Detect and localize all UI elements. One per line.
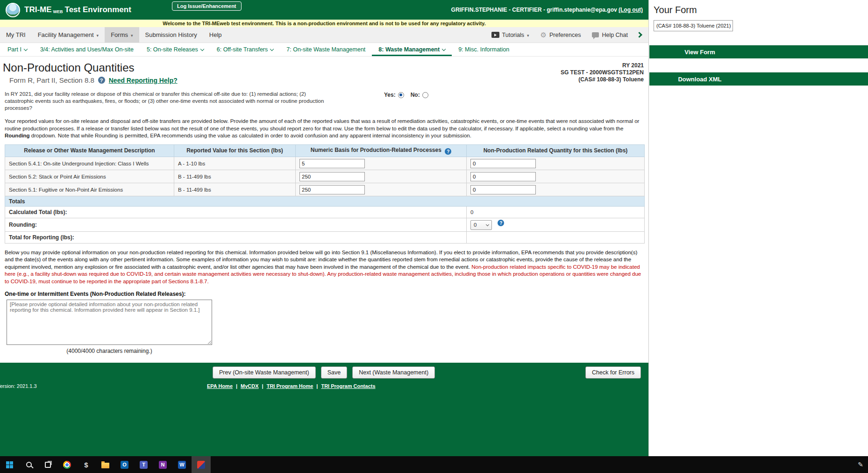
check-for-errors-button[interactable]: Check for Errors — [585, 366, 641, 379]
rounding-select[interactable]: 0 — [470, 220, 492, 230]
app-brand-sub: WEB — [53, 9, 63, 14]
taskbar-onenote[interactable] — [153, 456, 172, 473]
task-view-icon — [45, 462, 51, 468]
numeric-basis-input[interactable] — [299, 172, 365, 181]
characters-remaining: (4000/4000 characters remaining.) — [5, 348, 214, 354]
link-mycdx[interactable]: MyCDX — [241, 383, 259, 389]
word-icon — [178, 461, 186, 469]
total-reporting-label: Total for Reporting (lbs): — [5, 231, 467, 243]
link-tri-program-home[interactable]: TRI Program Home — [267, 383, 313, 389]
col-header-numeric-basis: Numeric Basis for Production-Related Pro… — [296, 144, 467, 157]
separator — [316, 383, 318, 389]
nav-my-tri[interactable]: My TRI — [0, 27, 32, 43]
nav-help[interactable]: Help — [203, 27, 228, 43]
rounding-label: Rounding: — [5, 218, 467, 232]
events-textarea[interactable] — [7, 300, 212, 345]
taskbar-file-explorer[interactable] — [96, 456, 115, 473]
taskbar-teams[interactable] — [134, 456, 153, 473]
need-reporting-help-link[interactable]: Need Reporting Help? — [109, 77, 178, 84]
nav-label: Forms — [111, 31, 128, 38]
chevron-down-icon — [200, 47, 204, 50]
no-radio[interactable] — [422, 92, 428, 98]
instructions-part1: Your reported values for on-site release… — [5, 118, 639, 131]
row-description: Section 5.4.1: On-site Underground Injec… — [5, 157, 174, 170]
active-app-icon — [197, 461, 205, 469]
help-chat-button[interactable]: Help Chat — [586, 32, 633, 38]
totals-label: Totals — [5, 196, 645, 207]
help-icon[interactable] — [498, 220, 504, 226]
taskbar-chrome[interactable] — [57, 456, 77, 473]
version-label: Version: 2021.1.3 — [0, 383, 37, 389]
download-xml-button[interactable]: Download XML — [649, 72, 868, 86]
logout-link[interactable]: (Log out) — [619, 7, 643, 13]
save-button[interactable]: Save — [321, 366, 348, 379]
task-view-button[interactable] — [38, 456, 57, 473]
pen-tray-icon[interactable] — [858, 461, 863, 468]
chevron-down-icon — [24, 47, 28, 50]
table-header-row: Release or Other Waste Management Descri… — [5, 144, 645, 157]
taskbar-active-app[interactable] — [192, 456, 211, 473]
separator — [262, 383, 263, 389]
tab-waste-management[interactable]: 8: Waste Management — [372, 43, 452, 56]
tab-label: 8: Waste Management — [378, 46, 440, 53]
onenote-icon — [159, 461, 167, 469]
nav-forms[interactable]: Forms — [105, 27, 139, 43]
reporting-year: RY 2021 — [561, 62, 644, 69]
numeric-basis-input[interactable] — [299, 185, 365, 194]
tab-onsite-waste-management[interactable]: 7: On-site Waste Management — [280, 43, 372, 56]
help-icon[interactable] — [98, 77, 105, 84]
tab-misc-information[interactable]: 9: Misc. Information — [452, 43, 516, 56]
non-production-qty-input[interactable] — [470, 185, 536, 194]
taskbar-word[interactable] — [172, 456, 192, 473]
tab-offsite-transfers[interactable]: 6: Off-site Transfers — [210, 43, 280, 56]
totals-section-row: Totals — [5, 196, 645, 207]
folder-icon — [101, 463, 109, 468]
nav-submission-history[interactable]: Submission History — [139, 27, 203, 43]
caret-down-icon — [97, 31, 99, 38]
preferences-button[interactable]: Preferences — [535, 31, 587, 38]
main-nav: My TRI Facility Management Forms Submiss… — [0, 27, 648, 43]
rounding-value: 0 — [474, 222, 477, 228]
non-production-qty-input[interactable] — [470, 172, 536, 181]
form-selector[interactable]: (CAS# 108-88-3) Toluene (2021) — [654, 20, 733, 31]
taskbar-dollar-app[interactable] — [77, 456, 96, 473]
help-icon[interactable] — [445, 148, 451, 155]
tutorials-label: Tutorials — [502, 32, 524, 38]
dollar-app-icon — [84, 461, 88, 469]
next-button[interactable]: Next (Waste Management) — [352, 366, 435, 379]
download-xml-label: Download XML — [649, 76, 750, 83]
nav-facility-management[interactable]: Facility Management — [32, 27, 105, 43]
col-header-reported-value: Reported Value for this Section (lbs) — [174, 144, 296, 157]
log-issue-button[interactable]: Log Issue/Enhancement — [172, 1, 242, 11]
instructions-paragraph: Your reported values for on-site release… — [5, 118, 644, 140]
total-reporting-row: Total for Reporting (lbs): — [5, 231, 645, 243]
your-form-panel: Your Form (CAS# 108-88-3) Toluene (2021)… — [649, 0, 868, 456]
instructions-bold: Rounding — [5, 133, 30, 138]
start-button[interactable] — [0, 456, 19, 473]
calculated-total-label: Calculated Total (lbs): — [5, 207, 467, 218]
tutorials-menu[interactable]: Tutorials — [486, 32, 535, 38]
tab-part-i[interactable]: Part I — [1, 43, 34, 56]
non-production-qty-input[interactable] — [470, 159, 536, 168]
panel-collapse-chevron-icon[interactable] — [636, 32, 642, 38]
view-form-button[interactable]: View Form — [649, 45, 868, 58]
tab-activities-uses[interactable]: 3/4: Activities and Uses/Max On-site — [34, 43, 140, 56]
taskbar-search[interactable] — [19, 456, 38, 473]
rounding-row: Rounding: 0 — [5, 218, 645, 232]
form-selector-value: (CAS# 108-88-3) Toluene (2021) — [656, 23, 731, 29]
prev-button[interactable]: Prev (On-site Waste Management) — [213, 366, 316, 379]
link-tri-program-contacts[interactable]: TRI Program Contacts — [321, 383, 375, 389]
remedial-question-text: In RY 2021, did your facility release or… — [5, 91, 332, 112]
numeric-basis-input[interactable] — [299, 159, 365, 168]
title-row: Non-Production Quantities Form R, Part I… — [5, 61, 644, 84]
footer-buttons: Prev (On-site Waste Management) Save Nex… — [213, 366, 435, 379]
link-epa-home[interactable]: EPA Home — [207, 383, 233, 389]
row-reported-value: B - 11-499 lbs — [174, 170, 296, 183]
user-info-text: GRIFFIN.STEPHANIE - CERTIFIER - griffin.… — [451, 7, 617, 13]
tab-onsite-releases[interactable]: 5: On-site Releases — [140, 43, 210, 56]
nav-label: Help — [209, 31, 222, 38]
test-environment-notice: Welcome to the TRI-MEweb test environmen… — [0, 20, 648, 27]
yes-radio[interactable] — [398, 92, 404, 98]
taskbar-outlook[interactable] — [115, 456, 134, 473]
nav-label: My TRI — [6, 31, 26, 38]
